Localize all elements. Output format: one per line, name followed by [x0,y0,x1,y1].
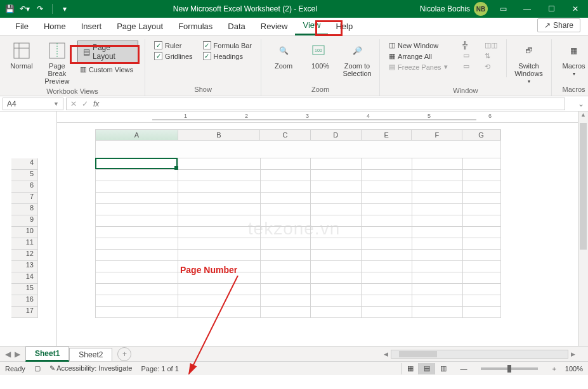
row-header[interactable]: 8 [11,204,38,215]
row-header[interactable]: 5 [11,170,38,181]
row-header[interactable]: 12 [11,250,38,261]
row-header[interactable]: 15 [11,284,38,295]
row-header[interactable]: 11 [11,238,38,250]
new-window-button[interactable]: ◫New Window [386,41,450,50]
arrange-all-icon: ▦ [389,52,395,60]
column-header[interactable]: G [462,130,500,140]
row-header[interactable]: 13 [11,261,38,272]
formula-input[interactable] [104,99,561,108]
row-header[interactable]: 9 [11,215,38,227]
column-header[interactable]: B [178,130,261,140]
undo-icon[interactable]: ↶▾ [19,3,30,15]
sheet-nav[interactable]: ◀▶ [0,350,25,359]
horizontal-scrollbar[interactable]: ◀ ▶ [131,350,588,359]
svg-rect-0 [14,43,29,58]
sheet-tab-sheet2[interactable]: Sheet2 [69,348,112,361]
tab-file[interactable]: File [8,18,36,35]
close-button[interactable]: ✕ [566,2,584,16]
new-window-icon: ◫ [389,41,395,49]
row-header[interactable]: 6 [11,181,38,193]
tab-data[interactable]: Data [220,18,252,35]
zoom-button[interactable]: 🔍Zoom [266,39,301,71]
row-header[interactable]: 14 [11,272,38,284]
switch-windows-button[interactable]: 🗗Switch Windows▾ [512,39,546,86]
page-layout-button[interactable]: ▤ Page Layout [77,41,138,63]
split-button[interactable]: ╬ [461,41,472,49]
insert-function-button[interactable]: fx [93,99,99,108]
page-header-area[interactable] [95,141,501,158]
column-header[interactable]: F [412,130,462,140]
minimize-button[interactable]: — [518,2,536,16]
ribbon-tabs: File Home Insert Page Layout Formulas Da… [0,18,588,35]
zoom-to-selection-button[interactable]: 🔎Zoom to Selection [340,39,374,79]
account-control[interactable]: Nicolae Bochis NB [420,2,488,16]
tab-review[interactable]: Review [253,18,296,35]
macro-record-icon[interactable]: ▢ [34,364,41,373]
column-header[interactable]: E [362,130,412,140]
cancel-icon[interactable]: ✕ [70,99,77,108]
worksheet-area: tekzone.vn 4 5 6 7 8 9 10 11 12 13 14 15… [0,112,588,346]
save-icon[interactable]: 💾 [4,3,15,15]
ruler-checkbox[interactable]: ✓Ruler [152,41,195,50]
column-header[interactable]: A [96,130,178,140]
qat-customize-icon[interactable]: ▾ [59,3,70,15]
column-header[interactable]: D [311,130,362,140]
new-sheet-button[interactable]: + [117,347,131,361]
freeze-panes-button[interactable]: ▤Freeze Panes ▾ [386,62,450,72]
page-layout-page: 1 2 3 4 5 6 A B C D E F G [57,112,578,346]
gridlines-checkbox[interactable]: ✓Gridlines [152,51,195,61]
zoom-slider[interactable] [481,367,538,370]
sheet-next-icon[interactable]: ▶ [15,350,20,359]
chevron-down-icon: ▼ [53,101,59,107]
expand-formula-bar-button[interactable]: ⌄ [577,99,585,108]
redo-icon[interactable]: ↷ [34,3,46,15]
cells-grid[interactable] [95,158,501,318]
zoom-icon: 🔍 [273,41,294,61]
group-label: Show [150,84,256,96]
zoom-level[interactable]: 100% [565,365,583,373]
row-header[interactable]: 7 [11,193,38,204]
svg-text:100: 100 [315,48,322,53]
hide-button[interactable]: ▭ [461,51,472,60]
vertical-scrollbar[interactable]: ▲ [578,112,588,346]
enter-icon[interactable]: ✓ [82,99,88,108]
column-header[interactable]: C [260,130,311,140]
group-workbook-views: Normal Page Break Preview ▤ Page Layout … [0,39,145,96]
row-header[interactable]: 4 [11,158,38,170]
zoom-100-button[interactable]: 100100% [303,39,337,71]
row-header[interactable]: 16 [11,295,38,307]
tab-help[interactable]: Help [328,18,360,35]
formula-bar-checkbox[interactable]: ✓Formula Bar [200,41,255,50]
unhide-button: ▭ [461,61,472,71]
share-button[interactable]: ↗Share [537,18,580,32]
tab-formulas[interactable]: Formulas [171,18,220,35]
zoom-out-button[interactable]: — [460,365,467,373]
tab-home[interactable]: Home [36,18,74,35]
group-macros: ▦Macros▾ Macros [552,39,588,96]
status-bar: Ready ▢ ✎ Accessibility: Investigate Pag… [0,361,588,375]
row-header[interactable]: 10 [11,227,38,238]
normal-view-button[interactable]: Normal [5,39,38,71]
page-layout-shortcut[interactable]: ▤ [418,363,434,374]
tab-insert[interactable]: Insert [74,18,110,35]
page-break-preview-button[interactable]: Page Break Preview [41,39,74,86]
ribbon-display-options-icon[interactable]: ▭ [494,2,512,16]
arrange-all-button[interactable]: ▦Arrange All [386,51,450,61]
page-break-shortcut[interactable]: ▥ [434,363,451,374]
row-headers: 4 5 6 7 8 9 10 11 12 13 14 15 16 17 [11,141,38,318]
switch-windows-icon: 🗗 [519,41,539,61]
macros-button[interactable]: ▦Macros▾ [557,39,588,78]
maximize-button[interactable]: ☐ [542,2,560,16]
window-title: New Microsoft Excel Worksheet (2) - Exce… [70,4,420,13]
normal-view-shortcut[interactable]: ▦ [402,363,418,374]
tab-page-layout[interactable]: Page Layout [109,18,171,35]
accessibility-status[interactable]: ✎ Accessibility: Investigate [49,364,133,373]
sheet-tab-sheet1[interactable]: Sheet1 [25,347,69,362]
headings-checkbox[interactable]: ✓Headings [200,51,255,61]
tab-view[interactable]: View [295,16,328,35]
sheet-prev-icon[interactable]: ◀ [5,350,11,359]
row-header[interactable]: 17 [11,307,38,318]
zoom-in-button[interactable]: + [552,365,556,373]
name-box[interactable]: A4▼ [3,98,63,110]
custom-views-button[interactable]: ▥ Custom Views [77,65,138,74]
